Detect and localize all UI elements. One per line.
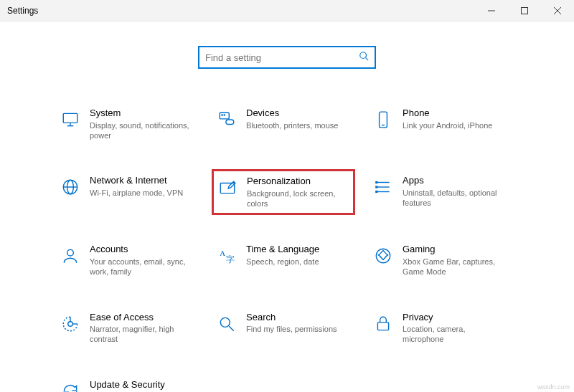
svg-rect-23 [375,186,377,188]
svg-rect-18 [220,183,235,193]
svg-rect-32 [377,322,388,330]
svg-point-30 [220,317,230,327]
tile-title: Gaming [403,244,506,255]
tile-desc: Narrator, magnifier, high contrast [90,324,193,345]
network-icon [60,176,81,198]
tile-system[interactable]: System Display, sound, notifications, po… [55,102,199,146]
svg-text:字: 字 [226,254,235,264]
svg-line-5 [366,58,369,61]
tile-update-security[interactable]: Update & Security Windows Update, recove… [55,373,199,392]
tile-apps[interactable]: Apps Uninstall, defaults, optional featu… [368,169,512,215]
tile-time-language[interactable]: A字 Time & Language Speech, region, date [212,238,355,282]
tile-desc: Your accounts, email, sync, work, family [90,257,193,277]
update-security-icon [60,381,81,392]
personalization-icon [217,177,238,199]
svg-point-29 [68,321,73,326]
search-input[interactable] [205,52,359,63]
tile-desc: Xbox Game Bar, captures, Game Mode [403,257,506,277]
tile-title: Privacy [403,312,506,323]
tile-desc: Find my files, permissions [246,324,349,334]
window-controls [475,0,574,21]
svg-text:A: A [220,249,225,257]
tile-gaming[interactable]: Gaming Xbox Game Bar, captures, Game Mod… [368,238,512,282]
svg-rect-10 [226,120,234,125]
tile-title: Time & Language [246,244,349,255]
time-language-icon: A字 [216,245,237,267]
tile-desc: Display, sound, notifications, power [90,120,193,141]
tile-title: Accounts [90,244,193,255]
tile-desc: Location, camera, microphone [403,324,506,345]
search-icon [359,51,369,64]
watermark: wsxdn.com [537,383,570,391]
content: System Display, sound, notifications, po… [0,21,574,392]
tile-desc: Background, lock screen, colors [247,188,349,209]
maximize-button[interactable] [508,0,541,21]
tile-search[interactable]: Search Find my files, permissions [212,306,355,350]
svg-rect-6 [63,113,77,123]
svg-rect-24 [375,191,377,193]
tile-personalization[interactable]: Personalization Background, lock screen,… [212,169,355,215]
tile-desc: Link your Android, iPhone [403,120,506,130]
system-icon [60,109,81,130]
svg-rect-22 [375,181,377,183]
svg-point-4 [360,52,367,59]
titlebar: Settings [0,0,574,21]
tile-title: Update & Security [90,379,193,391]
svg-line-31 [229,326,234,331]
tile-title: Network & Internet [90,175,193,186]
tile-title: Phone [403,107,506,119]
ease-of-access-icon [60,313,81,335]
tile-accounts[interactable]: Accounts Your accounts, email, sync, wor… [55,238,199,282]
tile-desc: Uninstall, defaults, optional features [403,188,506,209]
accounts-icon [60,245,81,267]
devices-icon [216,109,237,130]
tile-desc: Speech, region, date [246,257,349,267]
svg-point-12 [224,115,225,115]
settings-grid: System Display, sound, notifications, po… [55,102,512,392]
tile-desc: Bluetooth, printers, mouse [246,120,349,130]
search-category-icon [216,313,237,335]
gaming-icon [372,245,394,267]
tile-network[interactable]: Network & Internet Wi-Fi, airplane mode,… [55,169,199,215]
close-button[interactable] [541,0,574,21]
svg-point-11 [222,115,222,115]
tile-ease-of-access[interactable]: Ease of Access Narrator, magnifier, high… [55,306,199,350]
tile-title: Personalization [247,176,349,187]
window-title: Settings [7,6,38,16]
tile-devices[interactable]: Devices Bluetooth, printers, mouse [212,102,355,146]
privacy-icon [372,313,394,335]
tile-phone[interactable]: Phone Link your Android, iPhone [368,102,512,146]
tile-title: Ease of Access [90,312,193,323]
svg-point-25 [67,250,74,257]
phone-icon [372,109,394,130]
tile-title: Devices [246,107,349,119]
tile-privacy[interactable]: Privacy Location, camera, microphone [368,306,512,350]
tile-title: Search [246,312,349,323]
tile-title: System [90,107,193,119]
tile-title: Apps [403,175,506,186]
apps-icon [372,176,394,198]
search-box[interactable] [198,46,376,69]
tile-desc: Wi-Fi, airplane mode, VPN [90,188,193,198]
svg-rect-1 [522,7,528,14]
minimize-button[interactable] [475,0,508,21]
